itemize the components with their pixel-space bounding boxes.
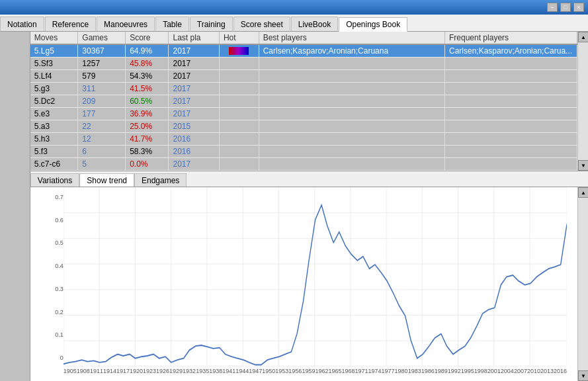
cell-move: 5.Lf4 [30,70,78,83]
cell-score: 41.7% [126,133,169,146]
cell-frequent [445,58,577,70]
col-lastpla[interactable]: Last pla [169,32,219,44]
cell-frequent [445,83,577,95]
cell-games: 5 [78,158,126,171]
cell-hot [219,70,259,83]
table-area: Moves Games Score Last pla Hot Best play… [30,32,588,171]
cell-games: 6 [78,146,126,158]
cell-best [259,83,444,95]
cell-hot [219,158,259,171]
col-score[interactable]: Score [126,32,169,44]
cell-games: 209 [78,95,126,108]
scroll-down-btn[interactable]: ▼ [578,160,588,171]
table-row[interactable]: 5.Sf3 1257 45.8% 2017 [30,58,577,70]
right-area: Moves Games Score Last pla Hot Best play… [30,32,588,381]
table-row[interactable]: 5.g3 311 41.5% 2017 [30,83,577,95]
cell-hot [219,133,259,146]
cell-last: 2017 [169,108,219,120]
tab-bar: Notation Reference Manoeuvres Table Trai… [0,15,588,32]
cell-best [259,120,444,133]
table-row[interactable]: 5.e3 177 36.9% 2017 [30,108,577,120]
tab-training[interactable]: Training [190,17,233,31]
moves-table: Moves Games Score Last pla Hot Best play… [30,32,577,171]
cell-move: 5.c7-c6 [30,158,78,171]
cell-last: 2017 [169,158,219,171]
tab-showtrend[interactable]: Show trend [79,173,134,187]
cell-games: 311 [78,83,126,95]
cell-hot [219,83,259,95]
window-controls: − □ × [547,3,584,12]
tab-manoeuvres[interactable]: Manoeuvres [97,17,155,31]
cell-frequent [445,146,577,158]
cell-games: 177 [78,108,126,120]
cell-best [259,70,444,83]
cell-best [259,58,444,70]
cell-hot [219,44,259,58]
cell-move: 5.Dc2 [30,95,78,108]
tab-endgames[interactable]: Endgames [134,173,187,187]
cell-last: 2017 [169,95,219,108]
table-row[interactable]: 5.Dc2 209 60.5% 2017 [30,95,577,108]
col-moves[interactable]: Moves [30,32,78,44]
cell-best: Carlsen;Kasparov;Aronian;Caruana [259,44,444,58]
tab-reference[interactable]: Reference [45,17,96,31]
cell-frequent [445,120,577,133]
table-row[interactable]: 5.c7-c6 5 0.0% 2017 [30,158,577,171]
table-row[interactable]: 5.a3 22 25.0% 2015 [30,120,577,133]
cell-move: 5.g3 [30,83,78,95]
left-panel [0,32,30,381]
maximize-button[interactable]: □ [560,3,571,12]
cell-frequent [445,95,577,108]
cell-score: 41.5% [126,83,169,95]
cell-games: 22 [78,120,126,133]
tab-scoresheet[interactable]: Score sheet [233,17,290,31]
cell-last: 2017 [169,58,219,70]
cell-score: 64.9% [126,44,169,58]
x-axis-labels: 1905 1908 1911 1914 1917 1920 1923 1926 … [63,366,567,381]
title-bar: − □ × [0,0,588,15]
col-frequentplayers[interactable]: Frequent players [445,32,577,44]
cell-frequent [445,158,577,171]
cell-last: 2015 [169,120,219,133]
col-games[interactable]: Games [78,32,126,44]
table-row[interactable]: 5.h3 12 41.7% 2016 [30,133,577,146]
tab-table[interactable]: Table [155,17,189,31]
cell-move: 5.a3 [30,120,78,133]
cell-hot [219,120,259,133]
cell-score: 58.3% [126,146,169,158]
cell-games: 12 [78,133,126,146]
tab-variations[interactable]: Variations [30,173,79,187]
scroll-up-btn[interactable]: ▲ [578,32,588,42]
cell-hot [219,58,259,70]
cell-hot [219,108,259,120]
tab-notation[interactable]: Notation [0,17,44,31]
tab-livebook[interactable]: LiveBook [291,17,338,31]
cell-move: 5.h3 [30,133,78,146]
cell-move: 5.Sf3 [30,58,78,70]
chart-scroll-up[interactable]: ▲ [578,187,588,198]
table-row[interactable]: 5.Lf4 579 54.3% 2017 [30,70,577,83]
cell-last: 2017 [169,70,219,83]
minimize-button[interactable]: − [547,3,558,12]
cell-last: 2017 [169,44,219,58]
cell-frequent: Carlsen;Kasparov;Aronian;Carua... [445,44,577,58]
table-row[interactable]: 5.f3 6 58.3% 2016 [30,146,577,158]
table-row[interactable]: 5.Lg5 30367 64.9% 2017 Carlsen;Kasparov;… [30,44,577,58]
col-hot[interactable]: Hot [219,32,259,44]
main-area: Moves Games Score Last pla Hot Best play… [0,32,588,381]
cell-move: 5.f3 [30,146,78,158]
vertical-scrollbar[interactable]: ▲ ▼ [577,32,588,171]
cell-hot [219,146,259,158]
cell-best [259,158,444,171]
cell-games: 579 [78,70,126,83]
chart-inner: 1905 1908 1911 1914 1917 1920 1923 1926 … [63,187,567,381]
col-bestplayers[interactable]: Best players [259,32,444,44]
chart-scrollbar[interactable]: ▲ ▼ [577,187,588,381]
cell-frequent [445,133,577,146]
tab-openingsbook[interactable]: Openings Book [339,17,407,32]
cell-frequent [445,70,577,83]
trend-chart-svg [63,187,567,366]
close-button[interactable]: × [573,3,584,12]
chart-scroll-down[interactable]: ▼ [578,370,588,381]
cell-best [259,133,444,146]
